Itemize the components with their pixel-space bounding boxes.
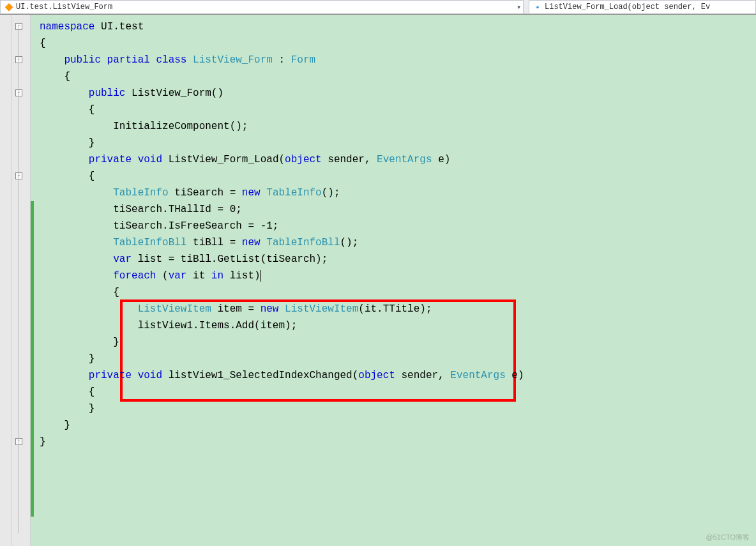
- code-line[interactable]: public ListView_Form(): [31, 85, 756, 102]
- code-line[interactable]: }: [31, 417, 756, 434]
- code-line[interactable]: TableInfo tiSearch = new TableInfo();: [31, 185, 756, 201]
- code-line[interactable]: private void ListView_Form_Load(object s…: [31, 151, 756, 168]
- code-line[interactable]: {: [31, 384, 756, 400]
- outline-guide-line: [19, 26, 19, 533]
- breakpoint-margin[interactable]: [0, 15, 11, 546]
- code-line[interactable]: {: [31, 68, 756, 85]
- nav-separator: [524, 0, 529, 13]
- outline-gutter[interactable]: -----: [11, 15, 31, 546]
- code-line[interactable]: listView1.Items.Add(item);: [31, 317, 756, 334]
- code-line[interactable]: public partial class ListView_Form : For…: [31, 52, 756, 68]
- code-line[interactable]: }: [31, 400, 756, 417]
- code-line[interactable]: namespace UI.test: [31, 19, 756, 35]
- code-line[interactable]: {: [31, 168, 756, 185]
- code-area[interactable]: namespace UI.test{ public partial class …: [31, 15, 756, 546]
- code-line[interactable]: tiSearch.IsFreeSearch = -1;: [31, 218, 756, 234]
- code-line[interactable]: foreach (var it in list): [31, 268, 756, 284]
- method-icon: 🔹: [533, 3, 542, 11]
- code-line[interactable]: {: [31, 102, 756, 118]
- code-line[interactable]: private void listView1_SelectedIndexChan…: [31, 367, 756, 384]
- code-line[interactable]: tiSearch.THallId = 0;: [31, 201, 756, 218]
- class-icon: 🔶: [4, 3, 13, 11]
- class-selector-dropdown[interactable]: 🔶 UI.test.ListView_Form ▼: [0, 0, 524, 13]
- code-line[interactable]: {: [31, 35, 756, 52]
- code-line[interactable]: ListViewItem item = new ListViewItem(it.…: [31, 301, 756, 317]
- chevron-down-icon: ▼: [517, 4, 520, 10]
- class-selector-label: UI.test.ListView_Form: [16, 3, 112, 11]
- code-line[interactable]: TableInfoBll tiBll = new TableInfoBll();: [31, 234, 756, 251]
- code-editor[interactable]: ----- namespace UI.test{ public partial …: [0, 14, 756, 546]
- code-line[interactable]: }: [31, 434, 756, 450]
- member-selector-dropdown[interactable]: 🔹 ListView_Form_Load(object sender, Ev: [529, 0, 756, 13]
- code-line[interactable]: InitializeComponent();: [31, 118, 756, 135]
- code-line[interactable]: }: [31, 135, 756, 151]
- code-line[interactable]: }: [31, 334, 756, 351]
- change-indicator-bar: [31, 201, 34, 517]
- watermark-text: @51CTO博客: [706, 533, 750, 542]
- member-selector-label: ListView_Form_Load(object sender, Ev: [545, 3, 710, 11]
- code-line[interactable]: {: [31, 284, 756, 301]
- navigation-bar: 🔶 UI.test.ListView_Form ▼ 🔹 ListView_For…: [0, 0, 756, 14]
- code-line[interactable]: var list = tiBll.GetList(tiSearch);: [31, 251, 756, 268]
- code-line[interactable]: }: [31, 351, 756, 367]
